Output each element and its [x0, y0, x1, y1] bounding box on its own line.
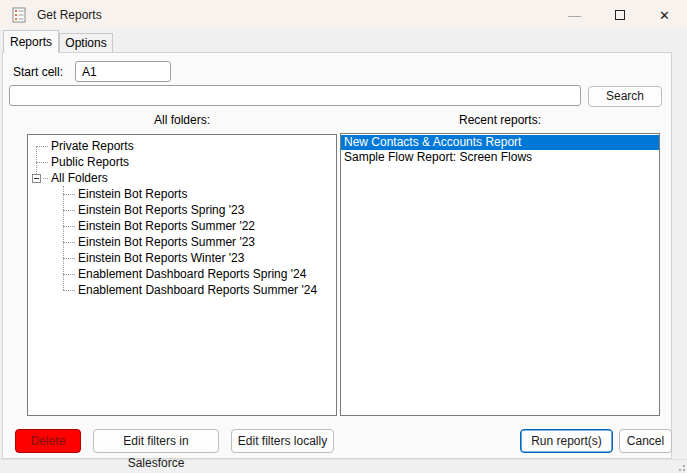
search-button[interactable]: Search [588, 86, 662, 107]
tab-strip: Reports Options [0, 30, 687, 52]
tree-connector [36, 162, 48, 163]
tree-connector [63, 226, 75, 227]
dialog-footer-strip [0, 459, 687, 473]
tree-item[interactable]: All Folders [28, 170, 336, 186]
report-document-icon [11, 7, 27, 23]
minimize-button: — [552, 0, 597, 30]
tree-item-label: Einstein Bot Reports [78, 186, 187, 202]
tree-connector [63, 210, 75, 211]
tree-connector [43, 178, 48, 179]
search-input[interactable] [9, 85, 581, 106]
edit-filters-locally-button[interactable]: Edit filters locally [231, 429, 334, 453]
reports-tab-page: Start cell: Search All folders: Recent r… [2, 52, 672, 459]
titlebar: Get Reports — ✕ [0, 0, 687, 30]
tree-connector [63, 242, 75, 243]
tree-item[interactable]: Einstein Bot Reports Summer '23 [28, 234, 336, 250]
tree-item-label: Enablement Dashboard Reports Spring '24 [78, 266, 306, 282]
tree-item[interactable]: Einstein Bot Reports [28, 186, 336, 202]
tab-reports[interactable]: Reports [3, 30, 59, 53]
run-reports-button[interactable]: Run report(s) [520, 429, 613, 453]
delete-button[interactable]: Delete [15, 429, 81, 453]
tree-item[interactable]: Einstein Bot Reports Summer '22 [28, 218, 336, 234]
tree-item[interactable]: Einstein Bot Reports Winter '23 [28, 250, 336, 266]
window-title: Get Reports [37, 8, 102, 22]
tree-item-label: All Folders [51, 170, 108, 186]
tree-item-label: Einstein Bot Reports Spring '23 [78, 202, 244, 218]
close-button[interactable]: ✕ [642, 0, 687, 30]
tree-connector [63, 290, 75, 291]
resize-grip-icon[interactable] [675, 461, 685, 471]
all-folders-heading: All folders: [27, 113, 337, 128]
tree-item-label: Einstein Bot Reports Winter '23 [78, 250, 244, 266]
tree-connector [63, 194, 75, 195]
tree-item-label: Enablement Dashboard Reports Summer '24 [78, 282, 317, 298]
recent-report-item[interactable]: New Contacts & Accounts Report [341, 135, 659, 150]
recent-reports-heading: Recent reports: [340, 113, 660, 128]
tree-item[interactable]: Public Reports [28, 154, 336, 170]
tree-connector [36, 146, 48, 147]
recent-reports-list[interactable]: New Contacts & Accounts ReportSample Flo… [340, 133, 660, 416]
start-cell-input[interactable] [75, 61, 171, 82]
folders-tree[interactable]: Private ReportsPublic ReportsAll Folders… [27, 134, 337, 416]
tree-item-label: Private Reports [51, 138, 134, 154]
edit-filters-salesforce-button[interactable]: Edit filters in Salesforce [93, 429, 219, 453]
tree-item-label: Einstein Bot Reports Summer '23 [78, 234, 255, 250]
recent-report-item[interactable]: Sample Flow Report: Screen Flows [341, 150, 659, 165]
maximize-button[interactable] [597, 0, 642, 30]
tree-item-label: Public Reports [51, 154, 129, 170]
window-controls: — ✕ [552, 0, 687, 30]
tree-item[interactable]: Private Reports [28, 138, 336, 154]
tree-item[interactable]: Enablement Dashboard Reports Spring '24 [28, 266, 336, 282]
tab-options[interactable]: Options [59, 33, 113, 52]
tree-item[interactable]: Enablement Dashboard Reports Summer '24 [28, 282, 336, 298]
collapse-toggle-icon[interactable] [32, 174, 41, 183]
start-cell-label: Start cell: [13, 65, 63, 79]
cancel-button[interactable]: Cancel [619, 429, 672, 453]
tree-item[interactable]: Einstein Bot Reports Spring '23 [28, 202, 336, 218]
tree-connector [63, 274, 75, 275]
tree-connector [63, 258, 75, 259]
maximize-icon [615, 10, 625, 20]
tree-item-label: Einstein Bot Reports Summer '22 [78, 218, 255, 234]
